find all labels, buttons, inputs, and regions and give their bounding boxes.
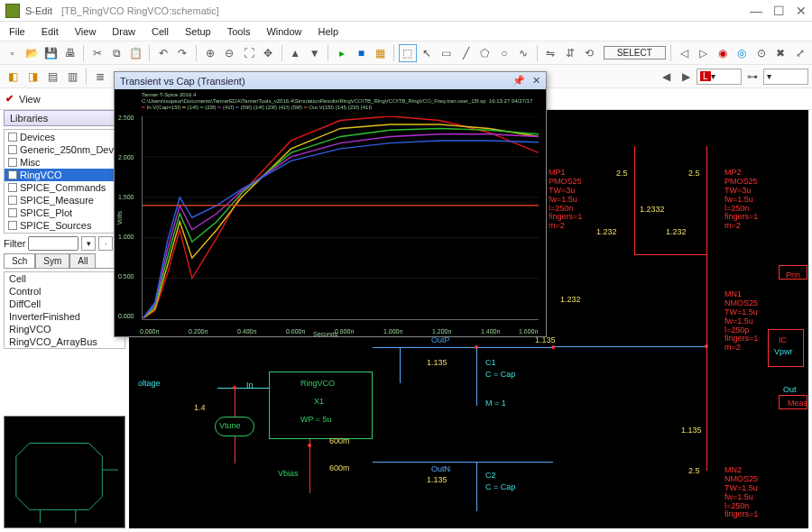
- close-button[interactable]: ✕: [796, 4, 807, 18]
- sidebar: Libraries Devices Generic_250nm_Devic Mi…: [4, 110, 125, 528]
- cell-open-icon[interactable]: ◨: [23, 68, 42, 86]
- path-icon[interactable]: ∿: [514, 44, 531, 62]
- minimize-button[interactable]: —: [750, 4, 762, 18]
- tab-sym[interactable]: Sym: [35, 253, 69, 268]
- filter-input[interactable]: [28, 236, 78, 251]
- cell-item[interactable]: RingVCO: [5, 323, 125, 335]
- library-item[interactable]: SPICE_Plot: [5, 206, 125, 219]
- out-label: Out: [783, 385, 797, 394]
- voltage-label: oltage: [138, 379, 161, 388]
- val-25b: 2.5: [688, 169, 700, 178]
- vtune-value: 1.4: [194, 403, 206, 412]
- tab-all[interactable]: All: [69, 253, 96, 268]
- menu-cell[interactable]: Cell: [152, 26, 169, 37]
- plot-titlebar[interactable]: Transient vs Cap (Transient) 📌 ✕: [115, 72, 546, 89]
- save-icon[interactable]: 💾: [42, 44, 60, 62]
- val-1135a: 1.135: [427, 358, 448, 367]
- cells-list: Cell Control DiffCell InverterFinished R…: [4, 271, 125, 349]
- hierarchy-icon[interactable]: ▤: [43, 68, 61, 86]
- snap-dropdown[interactable]: ▾: [763, 69, 808, 85]
- val-1135b: 1.135: [427, 475, 448, 484]
- instance-icon[interactable]: ▥: [63, 68, 81, 86]
- val-1232d: 1.2332: [640, 205, 665, 214]
- library-item[interactable]: Misc: [5, 156, 125, 169]
- run-icon[interactable]: ▸: [333, 44, 350, 62]
- library-item[interactable]: Generic_250nm_Devic: [5, 143, 125, 156]
- down-icon[interactable]: ▼: [306, 44, 323, 62]
- plot-window[interactable]: Transient vs Cap (Transient) 📌 ✕ Tanner …: [114, 71, 547, 337]
- zoom-fit-icon[interactable]: ⛶: [240, 44, 257, 62]
- cell-item[interactable]: DiffCell: [5, 298, 125, 310]
- window-controls: — ☐ ✕: [750, 4, 807, 18]
- library-item[interactable]: SPICE_Sources: [5, 219, 125, 232]
- netlist-icon[interactable]: ≣: [91, 68, 109, 86]
- filter-clear-icon[interactable]: ·: [98, 236, 113, 251]
- menu-view[interactable]: View: [75, 26, 97, 37]
- bullseye-icon[interactable]: ◎: [734, 44, 751, 62]
- select-arrow-icon[interactable]: ↖: [419, 44, 436, 62]
- flip-v-icon[interactable]: ⇵: [561, 44, 578, 62]
- menu-draw[interactable]: Draw: [112, 26, 135, 37]
- pointer-icon[interactable]: ⬚: [399, 44, 416, 62]
- arrow-left-icon[interactable]: ◀: [657, 68, 675, 86]
- zoom-in-icon[interactable]: ⊕: [201, 44, 218, 62]
- undo-icon[interactable]: ↶: [154, 44, 171, 62]
- paste-icon[interactable]: 📋: [127, 44, 144, 62]
- cell-item[interactable]: InverterFinished: [5, 310, 125, 323]
- plot-pin-icon[interactable]: 📌: [512, 75, 525, 87]
- cell-new-icon[interactable]: ◧: [4, 68, 22, 86]
- cell-item[interactable]: RingVCO_ArrayBus: [5, 335, 125, 348]
- filter-dropdown-icon[interactable]: ▾: [81, 236, 96, 251]
- net-icon[interactable]: ⊶: [743, 68, 761, 86]
- c1-label: C1: [485, 358, 496, 367]
- flip-h-icon[interactable]: ⇋: [542, 44, 559, 62]
- circle-icon[interactable]: ○: [495, 44, 512, 62]
- poly-icon[interactable]: ⬠: [476, 44, 494, 62]
- library-icon: [8, 183, 17, 192]
- val-25c: 2.5: [688, 466, 700, 475]
- new-icon[interactable]: ▫: [4, 44, 21, 62]
- open-icon[interactable]: 📂: [23, 44, 40, 62]
- tab-sch[interactable]: Sch: [4, 253, 35, 268]
- library-item[interactable]: SPICE_Commands: [5, 181, 125, 194]
- menu-edit[interactable]: Edit: [42, 26, 59, 37]
- target-icon[interactable]: ◉: [714, 44, 731, 62]
- redo-icon[interactable]: ↷: [174, 44, 191, 62]
- arrow-right-icon[interactable]: ▶: [677, 68, 695, 86]
- up-icon[interactable]: ▲: [287, 44, 304, 62]
- select-mode-badge[interactable]: SELECT: [604, 46, 666, 60]
- c1cap: C = Cap: [485, 370, 515, 379]
- copy-icon[interactable]: ⧉: [108, 44, 125, 62]
- library-item[interactable]: SPICE_Measure: [5, 194, 125, 206]
- menu-file[interactable]: File: [9, 26, 25, 37]
- cut-icon[interactable]: ✂: [88, 44, 106, 62]
- expand-icon[interactable]: ⤢: [791, 44, 808, 62]
- menu-help[interactable]: Help: [318, 26, 339, 37]
- menu-window[interactable]: Window: [266, 26, 301, 37]
- menu-setup[interactable]: Setup: [185, 26, 211, 37]
- cell-item[interactable]: Cell: [5, 272, 125, 285]
- cell-item[interactable]: Control: [5, 285, 125, 298]
- vbias-label: Vbias: [278, 469, 299, 478]
- print-icon[interactable]: 🖶: [61, 44, 78, 62]
- zoom-out-icon[interactable]: ⊖: [221, 44, 238, 62]
- menu-tools[interactable]: Tools: [227, 26, 251, 37]
- orient-left-icon[interactable]: ◁: [676, 44, 693, 62]
- orient-right-icon[interactable]: ▷: [695, 44, 712, 62]
- rotate-icon[interactable]: ⟲: [580, 44, 597, 62]
- view-label: View: [19, 94, 41, 105]
- stop-icon[interactable]: ■: [353, 44, 370, 62]
- plot-title: Transient vs Cap (Transient): [120, 76, 245, 87]
- rect-icon[interactable]: ▭: [438, 44, 455, 62]
- delete-icon[interactable]: ✖: [772, 44, 789, 62]
- pin-icon[interactable]: ⊙: [752, 44, 770, 62]
- layer-icon[interactable]: ▦: [372, 44, 389, 62]
- maximize-button[interactable]: ☐: [773, 4, 785, 18]
- library-item-selected[interactable]: RingVCO: [5, 169, 125, 181]
- cell-tabs: Sch Sym All: [4, 253, 125, 269]
- line-icon[interactable]: ╱: [457, 44, 474, 62]
- plot-close-icon[interactable]: ✕: [532, 75, 540, 87]
- library-item[interactable]: Devices: [5, 131, 125, 143]
- layer-dropdown[interactable]: L ▾: [697, 69, 742, 85]
- pan-icon[interactable]: ✥: [259, 44, 276, 62]
